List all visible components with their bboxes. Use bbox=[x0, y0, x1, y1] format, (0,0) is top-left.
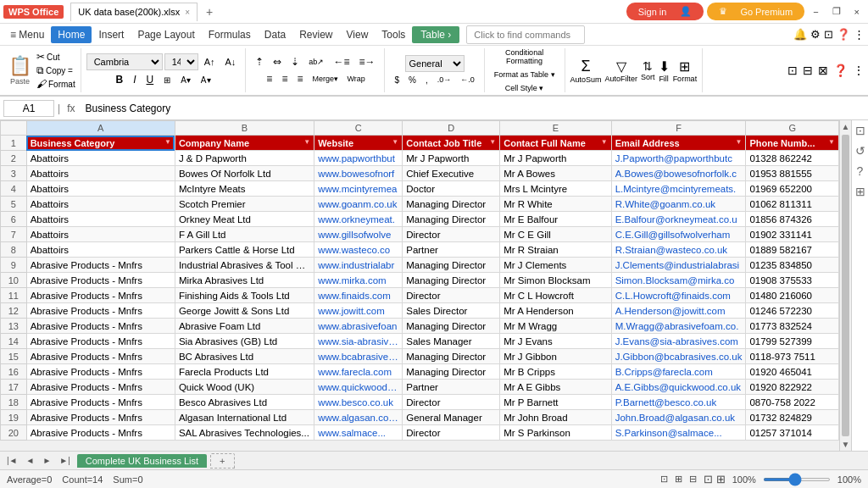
align-bottom-btn[interactable]: ⇣ bbox=[287, 54, 303, 69]
scroll-down-btn[interactable]: ▼ bbox=[840, 438, 851, 451]
signin-button[interactable]: Sign in 👤 bbox=[626, 3, 704, 20]
cell-f[interactable]: A.Henderson@jowitt.com bbox=[611, 303, 746, 319]
cell-g[interactable]: 01480 216060 bbox=[746, 288, 839, 303]
cell-c[interactable]: www.jowitt.com bbox=[314, 303, 403, 319]
cell-e[interactable]: Mr R White bbox=[500, 197, 611, 212]
decrease-font-btn[interactable]: A↓ bbox=[221, 55, 241, 69]
cell-c[interactable]: www.papworthbut bbox=[314, 151, 403, 166]
cell-c[interactable]: www.algasan.co.uk bbox=[314, 410, 403, 425]
cell-e[interactable]: Mr J Gibbon bbox=[500, 349, 611, 364]
filter-arrow-c[interactable]: ▼ bbox=[392, 138, 398, 146]
cut-button[interactable]: ✂ Cut bbox=[36, 51, 75, 63]
format-painter-button[interactable]: 🖌 Format bbox=[36, 78, 75, 90]
cell-f[interactable]: P.Barnett@besco.co.uk bbox=[611, 395, 746, 410]
cell-c[interactable]: www.goanm.co.uk bbox=[314, 197, 403, 212]
cell-e[interactable]: Mr E Balfour bbox=[500, 212, 611, 227]
menu-item-tools[interactable]: Tools bbox=[375, 26, 412, 43]
cell-b[interactable]: SAL Abrasives Technologies... bbox=[175, 425, 314, 441]
toolbar-icon-5[interactable]: ⋮ bbox=[854, 28, 865, 41]
cell-a[interactable]: Abrasive Products - Mnfrs bbox=[26, 319, 175, 334]
col-header-e[interactable]: E bbox=[500, 121, 611, 136]
sort-button[interactable]: ⇅ Sort bbox=[641, 59, 655, 81]
sheet-nav-last[interactable]: ►| bbox=[56, 456, 74, 465]
menu-item-home[interactable]: Home bbox=[51, 26, 92, 43]
indent-less-btn[interactable]: ←≡ bbox=[329, 54, 353, 69]
menu-item-insert[interactable]: Insert bbox=[92, 26, 131, 43]
col-header-f[interactable]: F bbox=[611, 121, 746, 136]
filter-arrow-g[interactable]: ▼ bbox=[828, 138, 835, 146]
cell-d[interactable]: Sales Manager bbox=[403, 334, 500, 349]
cell-c[interactable]: www.bowesofnorf bbox=[314, 166, 403, 181]
cell-a[interactable]: Abattoirs bbox=[26, 151, 175, 166]
autofilter-button[interactable]: ▽ AutoFilter bbox=[605, 58, 638, 83]
cell-c[interactable]: www.industrialabr bbox=[314, 258, 403, 273]
increase-decimal-btn[interactable]: .0→ bbox=[433, 74, 456, 86]
premium-button[interactable]: ♛ Go Premium bbox=[707, 3, 804, 20]
number-format-select[interactable]: General bbox=[405, 55, 465, 72]
macro-icon[interactable]: ⊡ bbox=[704, 473, 713, 485]
ribbon-icon-1[interactable]: ⊡ bbox=[787, 64, 798, 77]
command-search[interactable] bbox=[466, 25, 585, 44]
view-normal-icon[interactable]: ⊡ bbox=[660, 474, 668, 485]
menu-item-view[interactable]: View bbox=[340, 26, 376, 43]
cell-g[interactable]: 01889 582167 bbox=[746, 242, 839, 258]
col-header-g[interactable]: G bbox=[746, 121, 839, 136]
right-icon-3[interactable]: ? bbox=[857, 164, 864, 178]
wps-logo[interactable]: WPS Office bbox=[3, 5, 64, 19]
cell-f[interactable]: J.Gibbon@bcabrasives.co.uk bbox=[611, 349, 746, 364]
cell-a[interactable]: Abrasive Products - Mnfrs bbox=[26, 410, 175, 425]
cell-c[interactable]: www.wasteco.co bbox=[314, 242, 403, 258]
scroll-up-btn[interactable]: ▲ bbox=[840, 120, 851, 133]
filter-arrow-f[interactable]: ▼ bbox=[736, 138, 743, 146]
close-button[interactable]: × bbox=[849, 5, 865, 19]
sheet-nav-first[interactable]: |◄ bbox=[3, 456, 21, 465]
cell-c[interactable]: www.sia-abrasives bbox=[314, 334, 403, 349]
toolbar-icon-2[interactable]: ⚙ bbox=[810, 28, 821, 41]
sheet-nav-next[interactable]: ► bbox=[39, 456, 54, 465]
right-icon-4[interactable]: ⊞ bbox=[855, 185, 865, 198]
align-middle-btn[interactable]: ⇔ bbox=[269, 54, 286, 69]
cell-c[interactable]: www.besco.co.uk bbox=[314, 395, 403, 410]
cell-b[interactable]: F A Gill Ltd bbox=[175, 227, 314, 242]
cell-g[interactable]: 01246 572230 bbox=[746, 303, 839, 319]
cell-e[interactable]: Mr J Papworth bbox=[500, 151, 611, 166]
cell-d[interactable]: Sales Director bbox=[403, 303, 500, 319]
cell-b[interactable]: Mirka Abrasives Ltd bbox=[175, 273, 314, 288]
align-left-btn[interactable]: ≡ bbox=[262, 71, 276, 86]
cell-g[interactable]: 01920 822922 bbox=[746, 380, 839, 395]
cell-g1[interactable]: Phone Numb... ▼ bbox=[746, 136, 839, 151]
cell-f[interactable]: C.L.Howcroft@finaids.com bbox=[611, 288, 746, 303]
cell-f[interactable]: J.Clements@industrialabrasi bbox=[611, 258, 746, 273]
cell-g[interactable]: 01908 375533 bbox=[746, 273, 839, 288]
cell-reference-input[interactable] bbox=[3, 100, 54, 117]
cell-f[interactable]: R.White@goanm.co.uk bbox=[611, 197, 746, 212]
cell-e[interactable]: Mr J Evans bbox=[500, 334, 611, 349]
cell-e[interactable]: Mr A Bowes bbox=[500, 166, 611, 181]
close-tab-icon[interactable]: × bbox=[185, 8, 190, 17]
cell-style-btn[interactable]: Cell Style ▾ bbox=[501, 82, 548, 94]
ribbon-icon-4[interactable]: ❓ bbox=[833, 64, 848, 77]
vertical-scrollbar[interactable]: ▲ ▼ bbox=[839, 120, 851, 451]
cell-b[interactable]: Algasan International Ltd bbox=[175, 410, 314, 425]
cell-d[interactable]: Managing Director bbox=[403, 273, 500, 288]
cell-d[interactable]: Mr J Papworth bbox=[403, 151, 500, 166]
italic-button[interactable]: I bbox=[129, 72, 140, 87]
cell-a[interactable]: Abrasive Products - Mnfrs bbox=[26, 303, 175, 319]
cell-e[interactable]: Mr John Broad bbox=[500, 410, 611, 425]
cell-e[interactable]: Mr B Cripps bbox=[500, 364, 611, 380]
currency-btn[interactable]: $ bbox=[390, 74, 403, 86]
filter-arrow-e[interactable]: ▼ bbox=[601, 138, 608, 146]
cell-e[interactable]: Mr S Parkinson bbox=[500, 425, 611, 441]
cell-g[interactable]: 0118-973 7511 bbox=[746, 349, 839, 364]
cell-d[interactable]: Doctor bbox=[403, 181, 500, 197]
cell-f[interactable]: L.Mcintyre@mcintyremeats. bbox=[611, 181, 746, 197]
cell-c[interactable]: www.quickwood.cc bbox=[314, 380, 403, 395]
cell-a[interactable]: Abrasive Products - Mnfrs bbox=[26, 273, 175, 288]
cell-e[interactable]: Mr A Henderson bbox=[500, 303, 611, 319]
col-header-a[interactable]: A bbox=[26, 121, 175, 136]
menu-item-data[interactable]: Data bbox=[258, 26, 292, 43]
autosum-button[interactable]: Σ AutoSum bbox=[570, 58, 602, 84]
cell-e[interactable]: Mr Simon Blocksam bbox=[500, 273, 611, 288]
paste-button[interactable]: 📋 Paste bbox=[8, 55, 31, 86]
sheet-icon[interactable]: ⊞ bbox=[716, 473, 726, 485]
